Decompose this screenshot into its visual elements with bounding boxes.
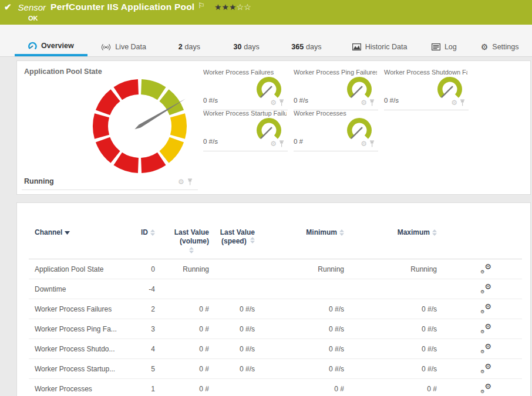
channel-id: 4 xyxy=(133,345,155,353)
pin-icon[interactable] xyxy=(279,140,284,147)
channel-name: Application Pool State xyxy=(35,265,133,273)
pin-icon[interactable] xyxy=(369,140,375,147)
sort-arrows-icon xyxy=(189,247,194,253)
tab-settings[interactable]: ⚙ Settings xyxy=(467,38,532,56)
tab-label: Live Data xyxy=(115,43,146,51)
tab-log[interactable]: Log xyxy=(420,38,467,56)
maximum-value: 0 # xyxy=(344,385,437,393)
tab-label: days xyxy=(244,43,259,51)
channel-id: 3 xyxy=(133,325,155,333)
overview-gauges-panel: Application Pool State Running ⚙ Worker … xyxy=(16,60,531,195)
divider xyxy=(384,110,469,110)
sort-caret-down-icon xyxy=(65,231,70,235)
column-header-minimum[interactable]: Minimum xyxy=(255,228,344,259)
column-header-label: Last Value xyxy=(174,228,209,236)
last-value-volume: 0 # xyxy=(155,385,209,393)
table-header-row: Channel ID Last Value (volume) Last Valu… xyxy=(29,203,522,259)
minimum-value: 0 #/s xyxy=(255,305,344,313)
table-row: Worker Process Ping Fa... 3 0 # 0 #/s 0 … xyxy=(29,319,522,339)
status-badge: OK xyxy=(28,15,38,22)
mini-gauge-value: 0 #/s xyxy=(203,138,218,145)
channel-name: Worker Processes xyxy=(35,385,133,393)
last-value-speed: 0 #/s xyxy=(209,325,255,333)
column-header-label: (volume) xyxy=(180,237,209,245)
channel-name: Worker Process Ping Fa... xyxy=(35,325,133,333)
gauge-settings-gear-icon[interactable]: ⚙ xyxy=(178,178,184,185)
gauge-settings-gear-icon[interactable]: ⚙ xyxy=(361,99,367,106)
channel-settings-icon[interactable]: ⚙⚙ xyxy=(480,344,491,354)
column-header-last-value-volume[interactable]: Last Value (volume) xyxy=(155,228,209,259)
sort-arrows-icon xyxy=(250,237,255,243)
minimum-value: 0 # xyxy=(255,385,344,393)
log-icon xyxy=(432,43,440,50)
column-header-last-value-speed[interactable]: Last Value (speed) xyxy=(209,228,255,259)
channel-id: -4 xyxy=(133,285,155,293)
column-header-id[interactable]: ID xyxy=(133,228,155,259)
channel-settings-icon[interactable]: ⚙⚙ xyxy=(480,265,491,274)
chart-icon xyxy=(352,43,361,50)
mini-gauge-value: 0 # xyxy=(294,138,303,145)
divider xyxy=(203,151,288,151)
channel-settings-icon[interactable]: ⚙⚙ xyxy=(480,304,491,314)
table-row: Worker Process Failures 2 0 # 0 #/s 0 #/… xyxy=(29,299,522,319)
channel-name: Worker Process Failures xyxy=(35,305,133,313)
channel-settings-icon[interactable]: ⚙⚙ xyxy=(480,324,491,334)
minimum-value: 0 #/s xyxy=(255,325,344,333)
pin-icon[interactable] xyxy=(369,99,375,106)
mini-gauge-panel-worker-process-startup-failures: Worker Process Startup Failu... 0 #/s ⚙ xyxy=(203,108,287,149)
tab-overview[interactable]: Overview xyxy=(15,38,87,56)
gauge-settings-gear-icon[interactable]: ⚙ xyxy=(451,99,457,106)
column-header-label: Last Value xyxy=(220,228,255,236)
last-value-volume: 0 # xyxy=(155,305,209,313)
divider xyxy=(294,151,378,151)
sensor-status-header: ✔ Sensor PerfCounter IIS Application Poo… xyxy=(0,0,532,25)
flag-icon[interactable]: ⚐ xyxy=(198,1,205,10)
maximum-value: 0 #/s xyxy=(344,345,437,353)
tab-bar: Overview Live Data 2 days 30 days 365 da… xyxy=(0,25,532,57)
gauge-icon xyxy=(28,42,37,50)
application-pool-state-gauge[interactable] xyxy=(84,70,196,182)
pin-icon[interactable] xyxy=(187,178,193,185)
gauge-settings-gear-icon[interactable]: ⚙ xyxy=(270,99,277,106)
column-header-maximum[interactable]: Maximum xyxy=(344,228,437,259)
gauge-settings-gear-icon[interactable]: ⚙ xyxy=(361,140,367,147)
broadcast-icon xyxy=(101,43,111,51)
tab-label: days xyxy=(185,43,200,51)
prtg-sensor-page: ✔ Sensor PerfCounter IIS Application Poo… xyxy=(0,0,532,396)
column-header-label: (speed) xyxy=(221,237,247,245)
pin-icon[interactable] xyxy=(279,99,284,106)
tab-2-days[interactable]: 2 days xyxy=(160,38,218,56)
divider xyxy=(22,189,198,190)
sensor-title: PerfCounter IIS Application Pool xyxy=(50,2,194,12)
last-value-speed: 0 #/s xyxy=(209,345,255,353)
channel-settings-icon[interactable]: ⚙⚙ xyxy=(480,384,491,394)
tab-live-data[interactable]: Live Data xyxy=(87,38,160,56)
last-value-speed: 0 #/s xyxy=(209,365,255,373)
maximum-value: Running xyxy=(344,265,437,273)
channel-settings-icon[interactable]: ⚙⚙ xyxy=(480,285,491,294)
minimum-value: Running xyxy=(255,265,344,273)
last-value-volume: 0 # xyxy=(155,325,209,333)
channel-table-panel: Channel ID Last Value (volume) Last Valu… xyxy=(16,202,531,396)
channel-settings-icon[interactable]: ⚙⚙ xyxy=(480,364,491,374)
tab-label: Historic Data xyxy=(365,43,408,51)
gauge-settings-gear-icon[interactable]: ⚙ xyxy=(270,140,277,147)
mini-gauge-panel-worker-process-failures: Worker Process Failures 0 #/s ⚙ xyxy=(203,67,287,108)
column-header-label: ID xyxy=(141,228,148,236)
column-header-label: Channel xyxy=(35,228,62,236)
priority-star-rating[interactable]: ★★★☆☆ xyxy=(214,2,251,12)
tab-label: days xyxy=(306,43,321,51)
channel-id: 5 xyxy=(133,365,155,373)
tab-historic-data[interactable]: Historic Data xyxy=(339,38,421,56)
channel-name: Downtime xyxy=(35,285,133,293)
tab-label: Log xyxy=(445,43,457,51)
tab-30-days[interactable]: 30 days xyxy=(218,38,274,56)
last-value-speed: 0 #/s xyxy=(209,305,255,313)
column-header-channel[interactable]: Channel xyxy=(35,228,133,259)
table-row: Application Pool State 0 Running Running… xyxy=(29,259,522,279)
mini-gauge-panel-worker-process-shutdown-failures: Worker Process Shutdown Fa... 0 #/s ⚙ xyxy=(384,67,467,108)
tab-365-days[interactable]: 365 days xyxy=(274,38,339,56)
pin-icon[interactable] xyxy=(460,99,465,106)
table-row: Worker Process Shutdo... 4 0 # 0 #/s 0 #… xyxy=(29,339,522,359)
minimum-value: 0 #/s xyxy=(255,345,344,353)
